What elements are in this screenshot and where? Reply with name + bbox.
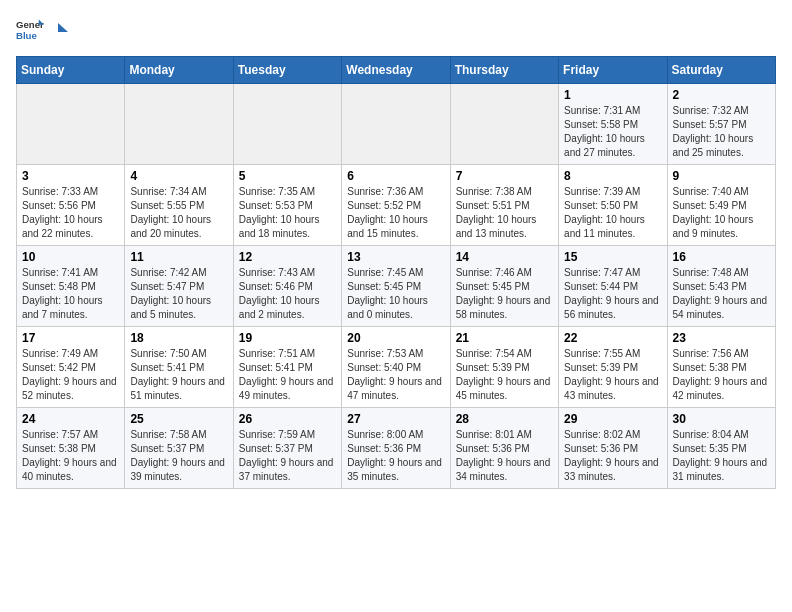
day-info: Sunrise: 7:39 AMSunset: 5:50 PMDaylight:… — [564, 185, 661, 241]
calendar-cell: 26Sunrise: 7:59 AMSunset: 5:37 PMDayligh… — [233, 408, 341, 489]
weekday-header-wednesday: Wednesday — [342, 57, 450, 84]
calendar-cell: 13Sunrise: 7:45 AMSunset: 5:45 PMDayligh… — [342, 246, 450, 327]
weekday-header-friday: Friday — [559, 57, 667, 84]
day-number: 28 — [456, 412, 553, 426]
day-number: 22 — [564, 331, 661, 345]
week-row-3: 10Sunrise: 7:41 AMSunset: 5:48 PMDayligh… — [17, 246, 776, 327]
calendar-cell: 28Sunrise: 8:01 AMSunset: 5:36 PMDayligh… — [450, 408, 558, 489]
calendar-cell: 15Sunrise: 7:47 AMSunset: 5:44 PMDayligh… — [559, 246, 667, 327]
day-number: 19 — [239, 331, 336, 345]
day-number: 4 — [130, 169, 227, 183]
day-info: Sunrise: 7:36 AMSunset: 5:52 PMDaylight:… — [347, 185, 444, 241]
day-number: 1 — [564, 88, 661, 102]
calendar-body: 1Sunrise: 7:31 AMSunset: 5:58 PMDaylight… — [17, 84, 776, 489]
day-info: Sunrise: 8:01 AMSunset: 5:36 PMDaylight:… — [456, 428, 553, 484]
day-info: Sunrise: 7:31 AMSunset: 5:58 PMDaylight:… — [564, 104, 661, 160]
calendar-cell: 9Sunrise: 7:40 AMSunset: 5:49 PMDaylight… — [667, 165, 775, 246]
day-number: 23 — [673, 331, 770, 345]
day-number: 10 — [22, 250, 119, 264]
calendar-cell — [342, 84, 450, 165]
calendar-cell: 30Sunrise: 8:04 AMSunset: 5:35 PMDayligh… — [667, 408, 775, 489]
day-number: 24 — [22, 412, 119, 426]
day-number: 18 — [130, 331, 227, 345]
day-number: 2 — [673, 88, 770, 102]
calendar-cell: 22Sunrise: 7:55 AMSunset: 5:39 PMDayligh… — [559, 327, 667, 408]
day-info: Sunrise: 7:55 AMSunset: 5:39 PMDaylight:… — [564, 347, 661, 403]
week-row-1: 1Sunrise: 7:31 AMSunset: 5:58 PMDaylight… — [17, 84, 776, 165]
day-number: 3 — [22, 169, 119, 183]
day-info: Sunrise: 7:40 AMSunset: 5:49 PMDaylight:… — [673, 185, 770, 241]
calendar-cell: 8Sunrise: 7:39 AMSunset: 5:50 PMDaylight… — [559, 165, 667, 246]
calendar-table: SundayMondayTuesdayWednesdayThursdayFrid… — [16, 56, 776, 489]
calendar-cell: 19Sunrise: 7:51 AMSunset: 5:41 PMDayligh… — [233, 327, 341, 408]
day-number: 17 — [22, 331, 119, 345]
calendar-cell: 7Sunrise: 7:38 AMSunset: 5:51 PMDaylight… — [450, 165, 558, 246]
calendar-cell: 2Sunrise: 7:32 AMSunset: 5:57 PMDaylight… — [667, 84, 775, 165]
day-info: Sunrise: 7:54 AMSunset: 5:39 PMDaylight:… — [456, 347, 553, 403]
week-row-5: 24Sunrise: 7:57 AMSunset: 5:38 PMDayligh… — [17, 408, 776, 489]
day-number: 15 — [564, 250, 661, 264]
calendar-cell: 1Sunrise: 7:31 AMSunset: 5:58 PMDaylight… — [559, 84, 667, 165]
calendar-cell: 27Sunrise: 8:00 AMSunset: 5:36 PMDayligh… — [342, 408, 450, 489]
calendar-header: SundayMondayTuesdayWednesdayThursdayFrid… — [17, 57, 776, 84]
calendar-cell: 17Sunrise: 7:49 AMSunset: 5:42 PMDayligh… — [17, 327, 125, 408]
svg-marker-3 — [58, 23, 68, 32]
calendar-cell: 5Sunrise: 7:35 AMSunset: 5:53 PMDaylight… — [233, 165, 341, 246]
calendar-cell: 20Sunrise: 7:53 AMSunset: 5:40 PMDayligh… — [342, 327, 450, 408]
week-row-4: 17Sunrise: 7:49 AMSunset: 5:42 PMDayligh… — [17, 327, 776, 408]
day-info: Sunrise: 7:35 AMSunset: 5:53 PMDaylight:… — [239, 185, 336, 241]
day-info: Sunrise: 7:51 AMSunset: 5:41 PMDaylight:… — [239, 347, 336, 403]
day-info: Sunrise: 7:53 AMSunset: 5:40 PMDaylight:… — [347, 347, 444, 403]
day-number: 25 — [130, 412, 227, 426]
calendar-cell: 25Sunrise: 7:58 AMSunset: 5:37 PMDayligh… — [125, 408, 233, 489]
day-info: Sunrise: 7:34 AMSunset: 5:55 PMDaylight:… — [130, 185, 227, 241]
weekday-header-saturday: Saturday — [667, 57, 775, 84]
day-number: 30 — [673, 412, 770, 426]
calendar-cell: 6Sunrise: 7:36 AMSunset: 5:52 PMDaylight… — [342, 165, 450, 246]
calendar-cell: 14Sunrise: 7:46 AMSunset: 5:45 PMDayligh… — [450, 246, 558, 327]
day-number: 27 — [347, 412, 444, 426]
day-number: 29 — [564, 412, 661, 426]
day-info: Sunrise: 7:41 AMSunset: 5:48 PMDaylight:… — [22, 266, 119, 322]
day-info: Sunrise: 7:48 AMSunset: 5:43 PMDaylight:… — [673, 266, 770, 322]
calendar-cell: 3Sunrise: 7:33 AMSunset: 5:56 PMDaylight… — [17, 165, 125, 246]
day-number: 12 — [239, 250, 336, 264]
day-number: 16 — [673, 250, 770, 264]
day-info: Sunrise: 7:57 AMSunset: 5:38 PMDaylight:… — [22, 428, 119, 484]
day-number: 9 — [673, 169, 770, 183]
day-info: Sunrise: 7:47 AMSunset: 5:44 PMDaylight:… — [564, 266, 661, 322]
calendar-cell: 21Sunrise: 7:54 AMSunset: 5:39 PMDayligh… — [450, 327, 558, 408]
page-header: General Blue — [16, 16, 776, 44]
day-info: Sunrise: 7:56 AMSunset: 5:38 PMDaylight:… — [673, 347, 770, 403]
day-info: Sunrise: 8:00 AMSunset: 5:36 PMDaylight:… — [347, 428, 444, 484]
day-info: Sunrise: 7:45 AMSunset: 5:45 PMDaylight:… — [347, 266, 444, 322]
day-info: Sunrise: 7:46 AMSunset: 5:45 PMDaylight:… — [456, 266, 553, 322]
day-info: Sunrise: 7:43 AMSunset: 5:46 PMDaylight:… — [239, 266, 336, 322]
calendar-cell: 29Sunrise: 8:02 AMSunset: 5:36 PMDayligh… — [559, 408, 667, 489]
weekday-header-sunday: Sunday — [17, 57, 125, 84]
day-number: 5 — [239, 169, 336, 183]
week-row-2: 3Sunrise: 7:33 AMSunset: 5:56 PMDaylight… — [17, 165, 776, 246]
calendar-cell — [450, 84, 558, 165]
weekday-header-monday: Monday — [125, 57, 233, 84]
logo-triangle-icon — [48, 21, 70, 43]
day-info: Sunrise: 7:42 AMSunset: 5:47 PMDaylight:… — [130, 266, 227, 322]
calendar-cell: 11Sunrise: 7:42 AMSunset: 5:47 PMDayligh… — [125, 246, 233, 327]
weekday-header-tuesday: Tuesday — [233, 57, 341, 84]
weekday-header-thursday: Thursday — [450, 57, 558, 84]
day-info: Sunrise: 7:33 AMSunset: 5:56 PMDaylight:… — [22, 185, 119, 241]
day-number: 14 — [456, 250, 553, 264]
calendar-cell — [125, 84, 233, 165]
day-number: 21 — [456, 331, 553, 345]
day-info: Sunrise: 7:50 AMSunset: 5:41 PMDaylight:… — [130, 347, 227, 403]
calendar-cell: 16Sunrise: 7:48 AMSunset: 5:43 PMDayligh… — [667, 246, 775, 327]
day-number: 11 — [130, 250, 227, 264]
calendar-cell: 4Sunrise: 7:34 AMSunset: 5:55 PMDaylight… — [125, 165, 233, 246]
day-info: Sunrise: 7:58 AMSunset: 5:37 PMDaylight:… — [130, 428, 227, 484]
calendar-cell: 10Sunrise: 7:41 AMSunset: 5:48 PMDayligh… — [17, 246, 125, 327]
calendar-cell: 12Sunrise: 7:43 AMSunset: 5:46 PMDayligh… — [233, 246, 341, 327]
day-number: 26 — [239, 412, 336, 426]
svg-text:Blue: Blue — [16, 30, 37, 41]
logo-icon: General Blue — [16, 16, 44, 44]
day-info: Sunrise: 8:04 AMSunset: 5:35 PMDaylight:… — [673, 428, 770, 484]
